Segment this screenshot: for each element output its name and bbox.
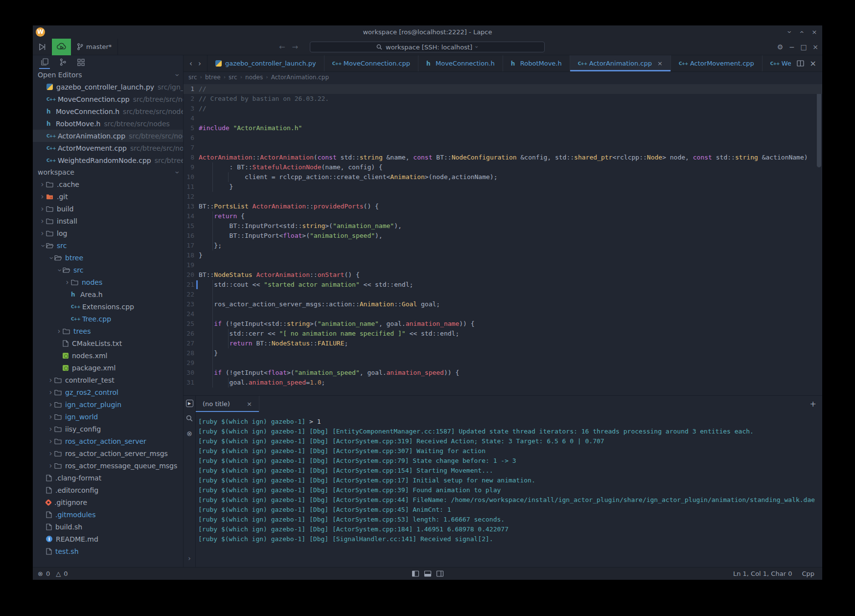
terminal-output[interactable]: [ruby $(which ign) gazebo-1] > 1[ruby $(… <box>196 412 822 567</box>
cursor-position[interactable]: Ln 1, Col 1, Char 0 <box>733 570 792 577</box>
close-editor-icon[interactable]: × <box>810 59 816 68</box>
code-line[interactable]: 14 return { <box>184 211 822 221</box>
breadcrumb[interactable]: src›btree›src›nodes›ActorAnimation.cpp <box>184 72 822 82</box>
history-forward-icon[interactable]: → <box>292 43 299 51</box>
window-shade-icon[interactable]: › <box>785 28 793 36</box>
tree-item-build-sh[interactable]: build.sh <box>33 521 183 533</box>
tree-item-package-xml[interactable]: package.xml <box>33 362 183 374</box>
split-editor-icon[interactable] <box>797 60 804 67</box>
tree-item-btree[interactable]: ›btree <box>33 251 183 264</box>
tree-item--cache[interactable]: ›.cache <box>33 178 183 190</box>
toggle-left-panel-icon[interactable] <box>412 570 419 577</box>
code-line[interactable]: 26 std::cerr << "[ no animation name spe… <box>184 329 822 339</box>
breadcrumb-item[interactable]: ActorAnimation.cpp <box>271 74 329 81</box>
editor-tab-robotmove-h[interactable]: hRobotMove.h <box>503 55 570 71</box>
terminal-tab-close-icon[interactable]: × <box>247 400 252 408</box>
code-line[interactable]: 4 <box>184 114 822 123</box>
breadcrumb-item[interactable]: src <box>229 74 237 81</box>
code-line[interactable]: 16 BT::InputPort<float>("animation_speed… <box>184 231 822 241</box>
code-line[interactable]: 6 <box>184 133 822 143</box>
tab-scroll-right-icon[interactable]: › <box>198 59 201 68</box>
git-branch-button[interactable]: master* <box>71 39 117 55</box>
tree-item--git[interactable]: ›.git <box>33 190 183 203</box>
open-editor-item[interactable]: C++MoveConnection.cppsrc/btree/src/nodes <box>33 93 183 105</box>
toggle-bottom-panel-icon[interactable] <box>424 570 431 577</box>
code-line[interactable]: 1// <box>184 84 822 94</box>
tree-item-gz-ros2-control[interactable]: ›gz_ros2_control <box>33 386 183 398</box>
editor-tab-actoranimation-cpp[interactable]: C++ActorAnimation.cpp× <box>570 55 671 71</box>
debug-run-button[interactable] <box>33 39 51 55</box>
editor-tab-weightedrandomnode-cpp[interactable]: C++WeightedRandomNode.cpp <box>763 55 791 71</box>
code-line[interactable]: 23 ros_actor_action_server_msgs::action:… <box>184 299 822 309</box>
code-line[interactable]: 25 if (!getInput<std::string>("animation… <box>184 319 822 329</box>
new-terminal-icon[interactable]: + <box>810 396 816 412</box>
editor-tab-actormovement-cpp[interactable]: C++ActorMovement.cpp <box>671 55 763 71</box>
tree-item-ign-actor-plugin[interactable]: ›ign_actor_plugin <box>33 398 183 411</box>
tree-item--editorconfig[interactable]: .editorconfig <box>33 484 183 496</box>
tree-item-src[interactable]: ›src <box>33 264 183 276</box>
history-back-icon[interactable]: ← <box>279 43 285 51</box>
tree-item-iisy-config[interactable]: ›iisy_config <box>33 423 183 435</box>
window-close-icon[interactable]: × <box>810 28 818 36</box>
code-line[interactable]: 21 std::cout << "started actor animation… <box>184 280 822 290</box>
code-editor[interactable]: 1//2// Created by bastian on 26.03.22.3/… <box>184 82 822 395</box>
search-panel-icon[interactable] <box>186 415 193 422</box>
tree-item-nodes-xml[interactable]: nodes.xml <box>33 349 183 362</box>
code-line[interactable]: 19 <box>184 260 822 270</box>
open-editor-item[interactable]: C++ActorMovement.cppsrc/btree/src/nodes <box>33 142 183 154</box>
language-mode[interactable]: Cpp <box>802 570 814 577</box>
tree-item-controller-test[interactable]: ›controller_test <box>33 374 183 386</box>
command-palette-search[interactable]: workspace [SSH: localhost] › <box>310 42 545 52</box>
code-line[interactable]: 27 return BT::NodeStatus::FAILURE; <box>184 339 822 348</box>
title-bar[interactable]: W workspace [ros@localhost:2222] - Lapce… <box>33 25 822 39</box>
problems-panel-icon[interactable]: ⊗ <box>186 430 192 437</box>
open-editor-item[interactable]: hRobotMove.hsrc/btree/src/nodes <box>33 117 183 130</box>
editor-tab-gazebo-controller-launch-py[interactable]: gazebo_controller_launch.py <box>208 55 324 71</box>
open-editor-item[interactable]: C++ActorAnimation.cppsrc/btree/src/nodes <box>33 130 183 142</box>
problems-summary[interactable]: ⊗ 0 △ 0 <box>33 570 68 577</box>
tree-item-area-h[interactable]: hArea.h <box>33 288 183 300</box>
code-line[interactable]: 18} <box>184 251 822 260</box>
tree-item--gitmodules[interactable]: .gitmodules <box>33 508 183 521</box>
code-line[interactable]: 28 } <box>184 348 822 358</box>
breadcrumb-item[interactable]: btree <box>205 74 221 81</box>
tree-item-extensions-cpp[interactable]: C++Extensions.cpp <box>33 300 183 313</box>
open-editor-item[interactable]: gazebo_controller_launch.pysrc/ign_world <box>33 81 183 93</box>
terminal-panel-icon[interactable]: ▶ <box>186 400 193 407</box>
extensions-grid-icon[interactable] <box>75 56 86 68</box>
code-line[interactable]: 8ActorAnimation::ActorAnimation(const st… <box>184 153 822 162</box>
tree-item-src[interactable]: ›src <box>33 239 183 251</box>
close-icon[interactable]: × <box>811 43 819 51</box>
tree-item-tree-cpp[interactable]: C++Tree.cpp <box>33 313 183 325</box>
tree-item-test-sh[interactable]: test.sh <box>33 545 183 557</box>
code-line[interactable]: 10 client = rclcpp_action::create_client… <box>184 172 822 182</box>
code-line[interactable]: 12 <box>184 192 822 202</box>
tree-item-ign-world[interactable]: ›ign_world <box>33 411 183 423</box>
open-editor-item[interactable]: C++WeightedRandomNode.cppsrc/btree/src <box>33 154 183 166</box>
editor-tab-moveconnection-cpp[interactable]: C++MoveConnection.cpp <box>324 55 418 71</box>
panel-expand-icon[interactable]: › <box>188 554 191 562</box>
tree-item-build[interactable]: ›build <box>33 203 183 215</box>
tree-item-ros-actor-action-server-msgs[interactable]: ›ros_actor_action_server_msgs <box>33 447 183 459</box>
code-line[interactable]: 13BT::PortsList ActorAnimation::provided… <box>184 202 822 211</box>
code-line[interactable]: 3// <box>184 104 822 114</box>
file-explorer-icon[interactable] <box>39 56 50 68</box>
code-line[interactable]: 29 <box>184 358 822 368</box>
open-editors-header[interactable]: Open Editors › <box>33 69 183 81</box>
workspace-header[interactable]: workspace › <box>33 166 183 178</box>
code-line[interactable]: 22 <box>184 290 822 299</box>
code-line[interactable]: 15 BT::InputPort<std::string>("animation… <box>184 221 822 231</box>
code-line[interactable]: 5#include "ActorAnimation.h" <box>184 123 822 133</box>
toggle-right-panel-icon[interactable] <box>436 570 443 577</box>
code-line[interactable]: 7 <box>184 143 822 153</box>
tree-item-readme-md[interactable]: iREADME.md <box>33 533 183 545</box>
tree-item-trees[interactable]: ›trees <box>33 325 183 337</box>
tree-item-ros-actor-message-queue-msgs[interactable]: ›ros_actor_message_queue_msgs <box>33 459 183 472</box>
tree-item-log[interactable]: ›log <box>33 227 183 239</box>
code-line[interactable]: 20BT::NodeStatus ActorAnimation::onStart… <box>184 270 822 280</box>
code-line[interactable]: 17 }; <box>184 241 822 251</box>
editor-tab-moveconnection-h[interactable]: hMoveConnection.h <box>418 55 503 71</box>
code-line[interactable]: 9 : BT::StatefulActionNode(name, config)… <box>184 162 822 172</box>
code-line[interactable]: 30 if (!getInput<float>("animation_speed… <box>184 368 822 378</box>
tree-item--clang-format[interactable]: .clang-format <box>33 472 183 484</box>
